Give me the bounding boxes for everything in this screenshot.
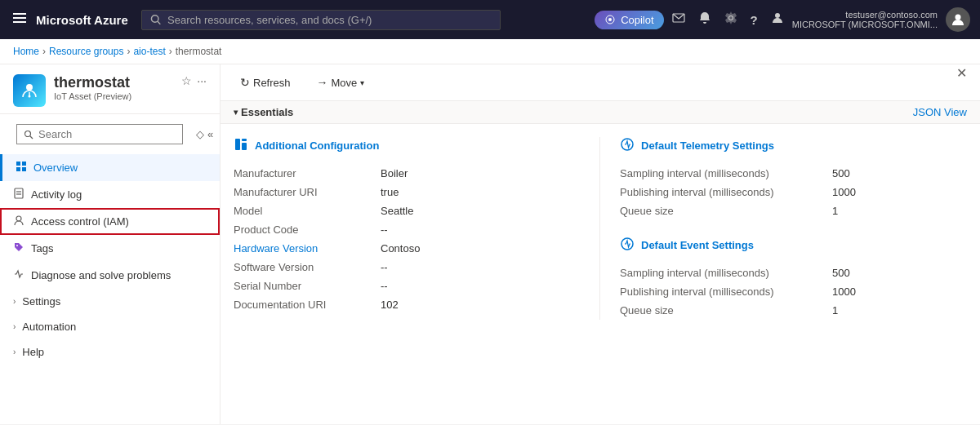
svg-rect-18 <box>15 188 23 198</box>
help-group-label: Help <box>22 346 44 358</box>
breadcrumb-aio-test[interactable]: aio-test <box>133 46 165 57</box>
help-icon[interactable]: ? <box>746 8 763 32</box>
move-icon: → <box>317 76 328 89</box>
svg-point-11 <box>29 95 31 98</box>
event-sampling-row: Sampling interval (milliseconds) 500 <box>620 263 967 282</box>
sidebar-item-overview[interactable]: Overview <box>0 154 220 181</box>
resource-type: IoT Asset (Preview) <box>54 91 173 101</box>
sidebar-item-activity-log[interactable]: Activity log <box>0 181 220 208</box>
sidebar-search-box[interactable] <box>16 124 183 144</box>
activity-log-icon <box>13 188 24 201</box>
move-button[interactable]: → Move ▾ <box>310 73 372 92</box>
settings-group-label: Settings <box>22 295 60 308</box>
additional-config-section: Additional Configuration Manufacturer Bo… <box>234 137 600 320</box>
additional-config-fields: Manufacturer Boiler Manufacturer URI tru… <box>234 164 580 314</box>
help-chevron-icon: › <box>13 348 16 356</box>
move-chevron-icon: ▾ <box>360 78 364 87</box>
svg-point-8 <box>775 13 780 18</box>
breadcrumb: Home › Resource groups › aio-test › ther… <box>0 39 980 64</box>
sidebar-item-tags[interactable]: Tags <box>0 235 220 262</box>
resource-icon <box>13 74 46 107</box>
svg-rect-17 <box>22 167 26 171</box>
sidebar-nav: Overview Activity log Access control (IA… <box>0 154 220 365</box>
activity-log-label: Activity log <box>31 188 82 201</box>
content-body: Additional Configuration Manufacturer Bo… <box>220 124 980 333</box>
global-search-input[interactable] <box>167 14 492 26</box>
sidebar-group-settings[interactable]: › Settings <box>0 289 220 314</box>
svg-rect-14 <box>16 162 20 166</box>
svg-line-4 <box>158 21 160 24</box>
telemetry-publishing-row: Publishing interval (milliseconds) 1000 <box>620 183 967 201</box>
sidebar-pin-icon[interactable]: « <box>207 128 213 140</box>
telemetry-fields: Sampling interval (milliseconds) 500 Pub… <box>620 164 967 220</box>
event-queue-row: Queue size 1 <box>620 301 967 320</box>
default-telemetry-title: Default Telemetry Settings <box>620 137 967 154</box>
svg-point-12 <box>25 131 31 136</box>
event-publishing-row: Publishing interval (milliseconds) 1000 <box>620 282 967 301</box>
event-fields: Sampling interval (milliseconds) 500 Pub… <box>620 263 967 320</box>
svg-rect-16 <box>16 167 20 171</box>
sidebar-item-diagnose[interactable]: Diagnose and solve problems <box>0 262 220 289</box>
tags-label: Tags <box>31 242 53 255</box>
breadcrumb-current: thermostat <box>176 46 222 57</box>
sidebar-item-access-control[interactable]: Access control (IAM) <box>0 208 220 235</box>
sidebar-group-help[interactable]: › Help <box>0 339 220 365</box>
essentials-chevron-icon: ▾ <box>234 108 238 117</box>
diagnose-label: Diagnose and solve problems <box>31 269 171 281</box>
resource-actions: ☆ ··· ✕ <box>181 74 207 87</box>
sidebar-group-automation[interactable]: › Automation <box>0 314 220 339</box>
svg-point-3 <box>151 15 158 23</box>
copilot-button[interactable]: Copilot <box>595 11 663 29</box>
global-search-box[interactable] <box>141 10 501 30</box>
overview-label: Overview <box>33 162 78 174</box>
svg-rect-15 <box>22 162 26 166</box>
telemetry-settings-icon <box>620 137 635 154</box>
json-view-link[interactable]: JSON View <box>913 106 967 118</box>
essentials-toggle[interactable]: ▾ Essentials <box>234 106 293 118</box>
software-version-row: Software Version -- <box>234 258 580 277</box>
svg-point-9 <box>956 15 961 20</box>
svg-point-6 <box>608 18 612 21</box>
tags-icon <box>13 241 24 255</box>
breadcrumb-home[interactable]: Home <box>13 46 39 57</box>
sidebar-collapse-icon[interactable]: ◇ <box>196 128 204 140</box>
svg-rect-0 <box>13 13 26 15</box>
model-row: Model Seattle <box>234 201 580 220</box>
envelope-icon[interactable] <box>667 7 690 33</box>
more-options-icon[interactable]: ··· <box>197 74 207 87</box>
telemetry-sampling-row: Sampling interval (milliseconds) 500 <box>620 164 967 183</box>
manufacturer-uri-row: Manufacturer URI true <box>234 183 580 201</box>
default-telemetry-section: Default Telemetry Settings Sampling inte… <box>620 137 967 220</box>
diagnose-icon <box>13 268 24 282</box>
sidebar: thermostat IoT Asset (Preview) ☆ ··· ✕ ◇… <box>0 64 220 424</box>
settings-icon[interactable] <box>719 7 742 33</box>
hamburger-icon[interactable] <box>10 8 29 31</box>
documentation-uri-row: Documentation URI 102 <box>234 295 580 314</box>
topbar-right: Copilot ? testuser@contoso.com MICROSOFT… <box>595 7 970 33</box>
resource-name: thermostat <box>54 74 173 91</box>
serial-number-row: Serial Number -- <box>234 277 580 295</box>
right-section: Default Telemetry Settings Sampling inte… <box>600 137 967 320</box>
user-info: testuser@contoso.com MICROSOFT (MICROSOF… <box>792 10 938 29</box>
svg-rect-23 <box>235 139 240 150</box>
svg-rect-25 <box>242 139 247 141</box>
default-event-title: Default Event Settings <box>620 237 967 254</box>
bell-icon[interactable] <box>693 7 716 33</box>
main-layout: thermostat IoT Asset (Preview) ☆ ··· ✕ ◇… <box>0 64 980 424</box>
default-event-section: Default Event Settings Sampling interval… <box>620 237 967 320</box>
svg-point-10 <box>26 84 33 91</box>
sidebar-search-input[interactable] <box>38 128 176 140</box>
settings-chevron-icon: › <box>13 297 16 306</box>
automation-group-label: Automation <box>22 321 76 333</box>
person-icon[interactable] <box>766 7 789 33</box>
telemetry-queue-row: Queue size 1 <box>620 201 967 220</box>
azure-logo: Microsoft Azure <box>36 13 128 27</box>
automation-chevron-icon: › <box>13 322 16 331</box>
favorite-icon[interactable]: ☆ <box>181 74 192 87</box>
refresh-button[interactable]: ↻ Refresh <box>234 73 297 92</box>
product-code-row: Product Code -- <box>234 220 580 239</box>
svg-line-13 <box>30 136 33 139</box>
breadcrumb-resource-groups[interactable]: Resource groups <box>49 46 123 57</box>
avatar[interactable] <box>946 7 970 32</box>
resource-info: thermostat IoT Asset (Preview) <box>54 74 173 101</box>
